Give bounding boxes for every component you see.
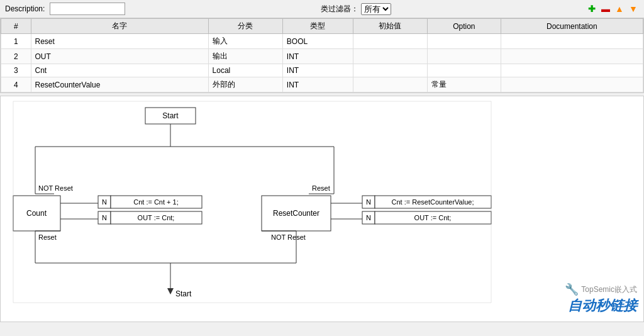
filter-label: 类过滤器： [321, 4, 358, 14]
variable-table: # 名字 分类 类型 初始值 Option Documentation 1Res… [0, 18, 644, 93]
svg-text:Start: Start [175, 289, 192, 298]
col-name: 名字 [31, 19, 208, 34]
move-up-icon[interactable]: ▲ [614, 3, 625, 14]
table-row: 4ResetCounterValue外部的INT常量 [1, 77, 643, 92]
filter-group: 类过滤器： 所有 [321, 3, 391, 15]
svg-text:N: N [102, 214, 107, 221]
svg-text:OUT := Cnt;: OUT := Cnt; [414, 214, 452, 221]
remove-icon[interactable]: ▬ [600, 3, 611, 14]
svg-marker-43 [167, 288, 174, 294]
svg-text:Reset: Reset [38, 233, 57, 241]
description-input[interactable] [50, 3, 125, 15]
description-label: Description: [5, 4, 45, 13]
filter-select[interactable]: 所有 [361, 3, 391, 15]
svg-text:N: N [102, 198, 107, 206]
svg-text:Reset: Reset [312, 184, 330, 192]
col-id: # [1, 19, 31, 34]
diagram-svg: Start NOT Reset Reset Count Reset N N [1, 96, 643, 322]
watermark: 🔧 TopSemic嵌入式 自动秒链接 [565, 283, 637, 315]
svg-text:Cnt := Cnt + 1;: Cnt := Cnt + 1; [133, 198, 179, 206]
svg-text:Cnt := ResetCounterValue;: Cnt := ResetCounterValue; [392, 198, 474, 206]
move-down-icon[interactable]: ▼ [628, 3, 639, 14]
action-icons: ✚ ▬ ▲ ▼ [586, 3, 639, 14]
svg-text:ResetCounter: ResetCounter [273, 209, 319, 218]
diagram-area: Start NOT Reset Reset Count Reset N N [0, 96, 644, 322]
table-row: 2OUT输出INT [1, 49, 643, 64]
table-row: 3CntLocalINT [1, 64, 643, 77]
top-bar: Description: 类过滤器： 所有 ✚ ▬ ▲ ▼ [0, 0, 644, 18]
table-row: 1Reset输入BOOL [1, 34, 643, 49]
col-doc: Documentation [501, 19, 643, 34]
svg-text:OUT := Cnt;: OUT := Cnt; [138, 214, 175, 221]
svg-text:Start: Start [162, 111, 179, 120]
watermark-brand: 🔧 TopSemic嵌入式 [565, 283, 637, 296]
col-type: 类型 [282, 19, 353, 34]
svg-text:N: N [366, 214, 371, 221]
col-option: Option [428, 19, 501, 34]
col-init: 初始值 [353, 19, 427, 34]
svg-text:N: N [366, 198, 371, 206]
col-category: 分类 [208, 19, 282, 34]
watermark-slogan: 自动秒链接 [565, 296, 637, 315]
svg-text:Count: Count [26, 209, 47, 218]
add-icon[interactable]: ✚ [586, 3, 597, 14]
svg-text:NOT Reset: NOT Reset [38, 184, 73, 192]
svg-text:NOT Reset: NOT Reset [271, 233, 306, 241]
